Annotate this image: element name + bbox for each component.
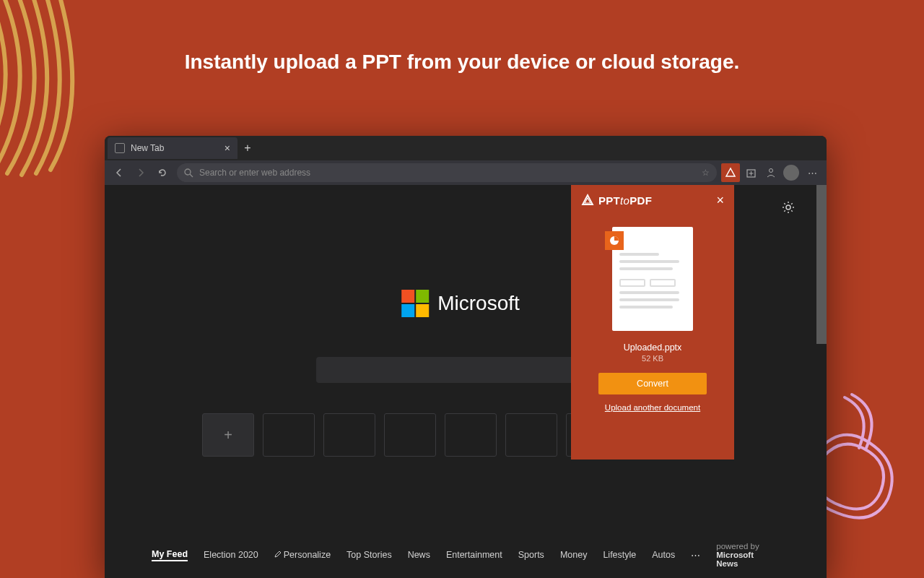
arrow-right-icon (136, 168, 146, 178)
tab-title: New Tab (131, 143, 164, 153)
nav-topstories[interactable]: Top Stories (346, 550, 392, 560)
extension-popup: PPTtoPDF × (571, 185, 734, 460)
collections-icon[interactable] (741, 163, 760, 182)
quick-tile[interactable] (445, 413, 497, 457)
nav-personalize[interactable]: Personalize (274, 550, 331, 560)
tab-bar: New Tab × + (105, 136, 827, 160)
microsoft-logo: Microsoft (401, 290, 520, 317)
address-placeholder: Search or enter web address (199, 168, 310, 178)
nav-news[interactable]: News (408, 550, 430, 560)
nav-money[interactable]: Money (560, 550, 588, 560)
avatar-icon (783, 165, 799, 181)
document-lines (619, 253, 686, 309)
file-name: Uploaded.pptx (624, 342, 682, 353)
triangle-logo-icon (581, 194, 594, 207)
new-tab-button[interactable]: + (237, 138, 258, 158)
settings-button[interactable] (782, 201, 795, 217)
tab-favicon (115, 143, 125, 153)
svg-line-12 (791, 210, 793, 212)
quick-tile[interactable] (505, 413, 557, 457)
extension-body: Uploaded.pptx 52 KB Convert Upload anoth… (571, 215, 734, 460)
pencil-icon (274, 551, 282, 558)
more-button[interactable]: ⋯ (802, 163, 822, 183)
browser-window: New Tab × + Search or enter web address … (105, 136, 827, 578)
svg-point-0 (185, 169, 191, 175)
forward-button[interactable] (131, 163, 151, 183)
svg-line-1 (190, 174, 193, 177)
collection-icon (746, 168, 757, 178)
svg-line-11 (784, 203, 785, 204)
svg-point-6 (786, 205, 790, 210)
user-avatar[interactable] (782, 163, 801, 182)
nav-myfeed[interactable]: My Feed (152, 549, 188, 561)
feed-nav: My Feed Election 2020 Personalize Top St… (152, 542, 770, 568)
nav-more[interactable]: ⋯ (691, 550, 700, 561)
microsoft-squares-icon (401, 290, 429, 317)
search-icon (184, 168, 193, 178)
quick-links: + (202, 413, 618, 457)
triangle-icon (725, 167, 736, 178)
extension-brand: PPTtoPDF (598, 194, 652, 207)
ppttopdf-extension-icon[interactable] (721, 163, 740, 182)
svg-line-14 (791, 203, 793, 204)
nav-entertainment[interactable]: Entertainment (446, 550, 502, 560)
gear-icon (782, 201, 795, 214)
nav-election[interactable]: Election 2020 (204, 550, 258, 560)
page-content: Microsoft + My Feed Election 2020 Person… (105, 185, 816, 578)
headline: Instantly upload a PPT from your device … (185, 51, 740, 74)
favorite-icon[interactable]: ☆ (702, 168, 710, 178)
arrow-left-icon (114, 168, 124, 178)
browser-tab[interactable]: New Tab × (108, 137, 237, 159)
refresh-button[interactable] (152, 163, 173, 183)
person-icon (765, 167, 777, 178)
convert-button[interactable]: Convert (598, 373, 707, 394)
svg-point-5 (770, 169, 773, 173)
scrollbar[interactable] (816, 185, 827, 344)
nav-autos[interactable]: Autos (652, 550, 675, 560)
profile-icon[interactable] (762, 163, 780, 182)
upload-another-link[interactable]: Upload another document (605, 403, 700, 412)
svg-line-13 (784, 210, 785, 212)
nav-lifestyle[interactable]: Lifestyle (603, 550, 636, 560)
address-bar[interactable]: Search or enter web address ☆ (177, 163, 717, 182)
quick-tile[interactable] (384, 413, 436, 457)
powerpoint-badge-icon (605, 231, 624, 250)
quick-tile[interactable] (263, 413, 315, 457)
extension-logo: PPTtoPDF (581, 194, 652, 207)
search-input[interactable] (316, 357, 605, 383)
tab-close-icon[interactable]: × (225, 142, 230, 154)
microsoft-wordmark: Microsoft (437, 292, 520, 315)
nav-sports[interactable]: Sports (518, 550, 544, 560)
browser-toolbar: Search or enter web address ☆ ⋯ (105, 160, 827, 185)
document-preview (612, 227, 693, 331)
add-tile-button[interactable]: + (202, 413, 254, 457)
refresh-icon (157, 168, 167, 178)
quick-tile[interactable] (323, 413, 375, 457)
extension-header: PPTtoPDF × (571, 185, 734, 215)
close-button[interactable]: × (716, 193, 724, 208)
powered-by: powered by Microsoft News (716, 542, 770, 568)
back-button[interactable] (109, 163, 129, 183)
file-size: 52 KB (642, 354, 663, 363)
